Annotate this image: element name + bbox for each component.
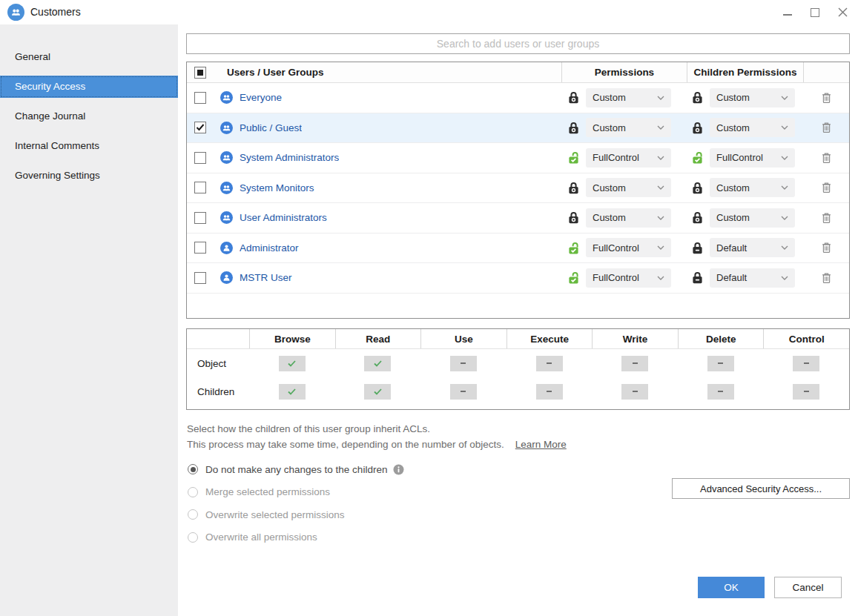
window-title: Customers xyxy=(30,0,81,24)
children-permission-dropdown[interactable]: Default xyxy=(710,238,795,257)
avatar-icon xyxy=(220,182,233,194)
radio-button[interactable] xyxy=(188,509,198,520)
matrix-col-delete: Delete xyxy=(678,329,764,348)
children-permission-dropdown[interactable]: Default xyxy=(710,268,795,288)
close-button[interactable] xyxy=(837,7,848,18)
children-permission-dropdown[interactable]: Custom xyxy=(710,178,795,197)
sidebar-item-security-access[interactable]: Security Access xyxy=(0,76,178,98)
acl-row-user-administrators: User Administrators xyxy=(187,203,849,234)
acl-table-header: Users / User Groups Permissions Children… xyxy=(187,62,849,83)
matrix-cell[interactable] xyxy=(536,356,563,371)
user-name[interactable]: System Monitors xyxy=(240,182,314,193)
sidebar-item-general[interactable]: General xyxy=(0,46,178,68)
user-name[interactable]: Administrator xyxy=(240,242,299,254)
children-permission-value: Custom xyxy=(716,92,778,103)
children-permission-dropdown[interactable]: Custom xyxy=(710,208,795,228)
radio-option-overwrite-selected-permissions[interactable]: Overwrite selected permissions xyxy=(188,503,404,526)
matrix-cell[interactable] xyxy=(707,384,734,400)
learn-more-link[interactable]: Learn More xyxy=(515,439,567,450)
radio-option-do-not-make-any-changes-to-the-children[interactable]: Do not make any changes to the children xyxy=(188,458,404,481)
actions-column-header xyxy=(803,62,849,82)
permission-dropdown[interactable]: Custom xyxy=(586,208,671,228)
maximize-button[interactable] xyxy=(810,7,820,18)
delete-button[interactable] xyxy=(818,179,834,196)
select-all-checkbox[interactable] xyxy=(194,67,206,79)
children-permission-dropdown[interactable]: Custom xyxy=(710,118,795,137)
row-checkbox[interactable] xyxy=(194,182,206,193)
maximize-icon xyxy=(811,8,819,17)
delete-button[interactable] xyxy=(818,239,834,256)
permission-dropdown[interactable]: FullControl xyxy=(586,148,671,168)
permission-dropdown[interactable]: Custom xyxy=(586,88,671,107)
permission-dropdown[interactable]: FullControl xyxy=(586,268,671,288)
chevron-down-icon xyxy=(781,185,788,190)
info-icon[interactable] xyxy=(393,464,404,475)
avatar-icon xyxy=(220,91,233,104)
user-name[interactable]: Public / Guest xyxy=(240,122,302,133)
matrix-cell[interactable] xyxy=(536,384,563,400)
matrix-cell[interactable] xyxy=(450,356,477,371)
user-name[interactable]: User Administrators xyxy=(240,212,327,223)
delete-button[interactable] xyxy=(818,210,834,226)
search-input[interactable] xyxy=(186,33,850,54)
radio-button[interactable] xyxy=(188,487,198,497)
radio-button[interactable] xyxy=(188,464,198,474)
row-checkbox[interactable] xyxy=(194,92,206,104)
row-checkbox[interactable] xyxy=(194,152,206,164)
delete-button[interactable] xyxy=(818,270,834,286)
acl-row-public-guest: Public / Guest xyxy=(187,113,849,144)
permission-dropdown[interactable]: FullControl xyxy=(586,238,671,257)
chevron-down-icon xyxy=(781,96,788,100)
delete-button[interactable] xyxy=(818,119,834,136)
sidebar-item-internal-comments[interactable]: Internal Comments xyxy=(0,135,178,157)
trash-icon xyxy=(821,272,832,284)
matrix-cell[interactable] xyxy=(450,384,477,400)
dash-icon xyxy=(547,362,552,364)
chevron-down-icon xyxy=(781,216,788,220)
delete-button[interactable] xyxy=(818,150,834,166)
children-permission-dropdown[interactable]: Custom xyxy=(710,88,795,107)
matrix-cell[interactable] xyxy=(621,356,648,371)
matrix-cell[interactable] xyxy=(621,384,648,400)
sidebar-item-change-journal[interactable]: Change Journal xyxy=(0,105,178,127)
radio-option-merge-selected-permissions[interactable]: Merge selected permissions xyxy=(188,481,404,504)
matrix-cell[interactable] xyxy=(793,384,819,400)
acl-row-mstr-user: MSTR User xyxy=(187,263,849,294)
delete-button[interactable] xyxy=(818,90,834,106)
matrix-cell[interactable] xyxy=(364,356,391,371)
matrix-cell[interactable] xyxy=(279,356,306,371)
user-name[interactable]: Everyone xyxy=(240,92,282,103)
acl-row-system-monitors: System Monitors xyxy=(187,173,849,204)
children-permission-value: Default xyxy=(716,242,778,254)
radio-option-overwrite-all-permissions[interactable]: Overwrite all permissions xyxy=(188,526,404,549)
children-permission-value: FullControl xyxy=(716,152,778,163)
radio-button[interactable] xyxy=(188,532,198,543)
permission-value: FullControl xyxy=(593,152,654,163)
radio-option-label: Overwrite selected permissions xyxy=(205,509,345,520)
row-checkbox[interactable] xyxy=(194,272,206,284)
trash-icon xyxy=(821,182,832,193)
ok-button[interactable]: OK xyxy=(698,577,765,598)
row-checkbox[interactable] xyxy=(194,122,206,133)
matrix-cell[interactable] xyxy=(793,356,819,371)
minimize-button[interactable] xyxy=(782,7,793,18)
children-permission-dropdown[interactable]: FullControl xyxy=(710,148,795,168)
matrix-col-use: Use xyxy=(420,329,506,348)
row-checkbox[interactable] xyxy=(194,212,206,224)
advanced-security-access-button[interactable]: Advanced Security Access... xyxy=(672,478,850,499)
permission-dropdown[interactable]: Custom xyxy=(586,118,671,137)
children-permission-value: Default xyxy=(716,272,778,283)
row-checkbox[interactable] xyxy=(194,242,206,254)
matrix-cell[interactable] xyxy=(707,356,734,371)
radio-option-label: Merge selected permissions xyxy=(205,486,330,497)
permission-value: Custom xyxy=(593,182,654,193)
sidebar-item-governing-settings[interactable]: Governing Settings xyxy=(0,165,178,187)
matrix-cell[interactable] xyxy=(364,384,391,400)
cancel-button[interactable]: Cancel xyxy=(774,577,842,598)
permission-dropdown[interactable]: Custom xyxy=(586,178,671,197)
matrix-cell[interactable] xyxy=(279,384,306,400)
chevron-down-icon xyxy=(781,276,788,280)
user-name[interactable]: MSTR User xyxy=(240,272,292,283)
user-name[interactable]: System Administrators xyxy=(240,152,339,163)
trash-icon xyxy=(821,122,832,133)
